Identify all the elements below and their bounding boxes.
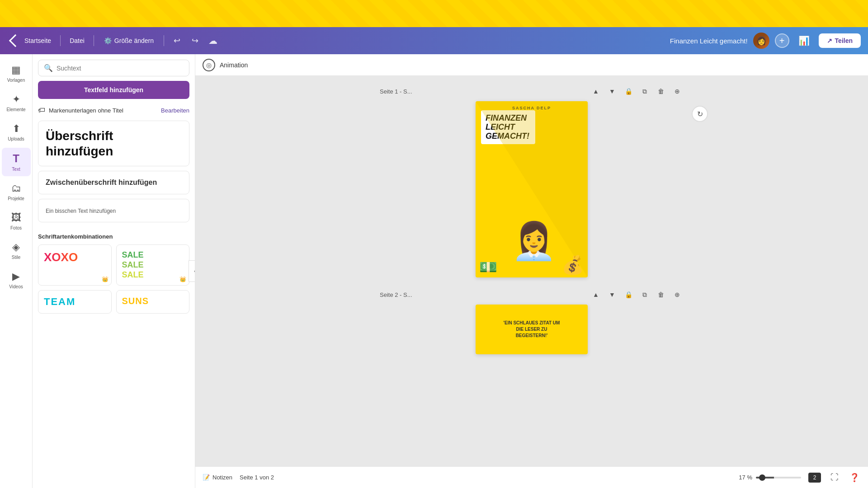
sale-text-2: SALE	[122, 260, 184, 270]
avatar: 👩	[753, 33, 769, 49]
sale-text-1: SALE	[122, 250, 184, 260]
search-box: 🔍	[38, 60, 189, 76]
sidebar-item-elemente[interactable]: ✦ Elemente	[2, 89, 31, 117]
add-textfield-button[interactable]: Textfeld hinzufügen	[38, 81, 189, 99]
undo-button[interactable]: ↩	[170, 33, 184, 48]
xoxo-text: XOXO	[44, 250, 106, 264]
page1-money-icon: 💵	[479, 258, 497, 276]
size-icon: ⚙️	[104, 37, 112, 44]
sale-stack: SALE SALE SALE	[122, 250, 184, 280]
brand-edit-link[interactable]: Bearbeiten	[161, 107, 189, 114]
share-icon: ↗	[827, 37, 832, 44]
videos-icon: ▶	[12, 271, 20, 282]
header-toolbar: Startseite Datei ⚙️ Größe ändern ↩ ↪ ☁ F…	[0, 27, 868, 54]
subheading-text: Zwischenüberschrift hinzufügen	[46, 178, 157, 186]
home-button[interactable]: Startseite	[7, 34, 55, 47]
sidebar-item-vorlagen[interactable]: ▦ Vorlagen	[2, 60, 31, 87]
page-1-duplicate-button[interactable]: ⧉	[638, 85, 651, 98]
search-icon: 🔍	[44, 64, 53, 72]
file-button[interactable]: Datei	[66, 35, 88, 46]
add-textfield-label: Textfeld hinzufügen	[84, 86, 143, 94]
page-2-more-button[interactable]: ⊕	[671, 288, 684, 301]
font-combo-sale[interactable]: SALE SALE SALE 👑	[116, 244, 190, 286]
page-2-delete-button[interactable]: 🗑	[655, 288, 667, 301]
page2-quote: 'EIN SCHLAUES ZITAT UMDIE LESER ZUBEGEIS…	[499, 315, 565, 343]
zoom-percent: 17 %	[736, 474, 752, 481]
redo-button[interactable]: ↪	[188, 33, 202, 48]
zoom-slider[interactable]	[756, 477, 801, 479]
resize-button[interactable]: ⚙️ Größe ändern	[99, 35, 158, 46]
back-chevron-icon	[9, 34, 22, 47]
design-page-1[interactable]: SASCHA DELP FINANZEN LEICHT GEMACHT!	[476, 101, 588, 277]
page-2-lock-button[interactable]: 🔒	[622, 288, 635, 301]
page-2-toolbar: Seite 2 - S... ▲ ▼ 🔒 ⧉ 🗑 ⊕	[378, 288, 685, 301]
left-panel: 🔍 Textfeld hinzufügen 🏷 Markenunterlagen…	[33, 54, 195, 488]
save-cloud-button[interactable]: ☁	[206, 33, 220, 48]
page-2-duplicate-button[interactable]: ⧉	[638, 288, 651, 301]
share-button[interactable]: ↗ Teilen	[819, 33, 861, 48]
sidebar-item-projekte[interactable]: 🗂 Projekte	[2, 178, 31, 206]
hide-panel-button[interactable]: ‹	[189, 260, 195, 282]
page-2-up-button[interactable]: ▲	[590, 288, 602, 301]
refresh-button[interactable]: ↻	[692, 106, 708, 122]
brand-label: Markenunterlagen ohne Titel	[49, 107, 123, 114]
page-count-badge: 2	[808, 473, 821, 483]
sunshine-combo-text: SUNS	[122, 296, 149, 306]
crown-badge-sale: 👑	[179, 276, 186, 282]
page-1-more-button[interactable]: ⊕	[671, 85, 684, 98]
font-combos-title: Schriftartenkombinationen	[38, 233, 189, 240]
brand-icon: 🏷	[38, 106, 45, 114]
page-1-down-button[interactable]: ▼	[606, 85, 618, 98]
canvas-scroll[interactable]: Seite 1 - S... ▲ ▼ 🔒 ⧉ 🗑 ⊕ ↻ SASCHA DELP	[195, 76, 868, 466]
design-page-2[interactable]: 'EIN SCHLAUES ZITAT UMDIE LESER ZUBEGEIS…	[476, 305, 588, 354]
fotos-label: Fotos	[10, 225, 22, 230]
page-1-label: Seite 1 - S...	[380, 88, 586, 95]
font-combo-row2: TEAM SUNS	[38, 290, 189, 314]
status-bar: 📝 Notizen Seite 1 von 2 17 % 2 ⛶ ❓	[195, 466, 868, 488]
page-indicator: Seite 1 von 2	[240, 474, 729, 481]
project-title: Finanzen Leicht gemacht!	[670, 37, 748, 45]
search-input[interactable]	[57, 65, 184, 72]
analytics-button[interactable]: 📊	[795, 33, 813, 48]
font-combo-grid: XOXO 👑 SALE SALE SALE 👑	[38, 244, 189, 286]
zoom-section: 17 %	[736, 474, 801, 481]
projekte-label: Projekte	[8, 196, 24, 201]
page-2-container: Seite 2 - S... ▲ ▼ 🔒 ⧉ 🗑 ⊕ 'EIN SCHLAUES…	[378, 288, 685, 354]
stile-icon: ◈	[12, 241, 20, 253]
page-1-delete-button[interactable]: 🗑	[655, 85, 667, 98]
notes-icon: 📝	[203, 474, 210, 481]
page-1-lock-button[interactable]: 🔒	[622, 85, 635, 98]
sidebar-icons: ▦ Vorlagen ✦ Elemente ⬆ Uploads T Text 🗂…	[0, 54, 33, 488]
projekte-icon: 🗂	[11, 183, 21, 194]
header-divider	[60, 35, 61, 46]
page-1-container: Seite 1 - S... ▲ ▼ 🔒 ⧉ 🗑 ⊕ ↻ SASCHA DELP	[378, 85, 685, 277]
sidebar-item-uploads[interactable]: ⬆ Uploads	[2, 118, 31, 146]
body-style-card[interactable]: Ein bisschen Text hinzufügen	[38, 199, 189, 222]
sidebar-item-stile[interactable]: ◈ Stile	[2, 237, 31, 264]
sidebar-item-videos[interactable]: ▶ Videos	[2, 266, 31, 294]
top-bar-pattern	[0, 0, 868, 27]
text-icon: T	[13, 152, 19, 165]
home-label: Startseite	[24, 37, 51, 44]
font-combo-teal[interactable]: TEAM	[38, 290, 112, 314]
add-user-button[interactable]: +	[775, 33, 789, 48]
page-2-wrapper: 'EIN SCHLAUES ZITAT UMDIE LESER ZUBEGEIS…	[378, 305, 685, 354]
brand-row: 🏷 Markenunterlagen ohne Titel Bearbeiten	[38, 106, 189, 114]
page-1-up-button[interactable]: ▲	[590, 85, 602, 98]
sidebar-item-text[interactable]: T Text	[2, 148, 31, 176]
subheading-style-card[interactable]: Zwischenüberschrift hinzufügen	[38, 171, 189, 194]
font-combo-xoxo[interactable]: XOXO 👑	[38, 244, 112, 286]
vorlagen-icon: ▦	[11, 64, 21, 76]
heading-style-card[interactable]: Überschrift hinzufügen	[38, 121, 189, 166]
help-button[interactable]: ❓	[848, 471, 861, 484]
uploads-label: Uploads	[8, 136, 24, 141]
notes-button[interactable]: 📝 Notizen	[203, 474, 232, 481]
fullscreen-button[interactable]: ⛶	[828, 471, 841, 484]
heading-text: Überschrift hinzufügen	[46, 129, 113, 158]
header-divider-2	[94, 35, 94, 46]
font-combo-sunshine[interactable]: SUNS	[116, 290, 190, 314]
page-2-down-button[interactable]: ▼	[606, 288, 618, 301]
sidebar-item-fotos[interactable]: 🖼 Fotos	[2, 207, 31, 235]
sale-text-3: SALE	[122, 270, 184, 280]
videos-label: Videos	[9, 284, 23, 289]
